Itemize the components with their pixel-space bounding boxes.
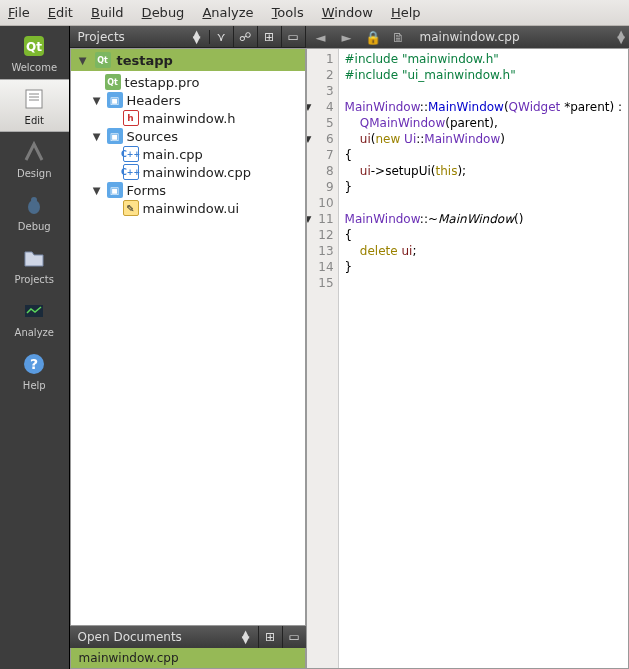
fold-icon[interactable]: ▼ — [306, 99, 312, 115]
mode-projects[interactable]: Projects — [0, 238, 69, 291]
projects-selector[interactable]: Projects ▲▼ — [70, 30, 210, 44]
folder-icon: ▣ — [107, 182, 123, 198]
tree-label: testapp.pro — [125, 75, 200, 90]
tree-label: Sources — [127, 129, 178, 144]
code-editor[interactable]: 123 ▼4 5 ▼6 78910 ▼11 12131415 #include … — [306, 48, 629, 669]
filter-button[interactable]: ⋎ — [210, 26, 234, 47]
svg-text:Qt: Qt — [26, 40, 42, 54]
fold-icon[interactable]: ▼ — [306, 211, 312, 227]
split-icon: ⊞ — [264, 30, 274, 44]
tree-item[interactable]: C++ mainwindow.cpp — [71, 163, 305, 181]
filter-icon: ⋎ — [217, 30, 226, 44]
analyze-icon — [20, 297, 48, 325]
folder-icon: ▣ — [107, 128, 123, 144]
pro-file-icon: Qt — [105, 74, 121, 90]
updown-icon: ▲▼ — [193, 31, 201, 43]
mode-label: Projects — [15, 274, 54, 285]
menu-file[interactable]: File — [8, 5, 30, 20]
menu-analyze[interactable]: Analyze — [202, 5, 253, 20]
svg-point-7 — [31, 197, 37, 203]
mode-sidebar: Qt Welcome Edit Design Debug Projects An… — [0, 26, 70, 669]
menu-tools[interactable]: Tools — [272, 5, 304, 20]
tree-root[interactable]: ▼ Qt testapp — [71, 49, 305, 71]
line-gutter: 123 ▼4 5 ▼6 78910 ▼11 12131415 — [307, 49, 339, 668]
menu-help[interactable]: Help — [391, 5, 421, 20]
tree-label: main.cpp — [143, 147, 203, 162]
expand-icon[interactable]: ▼ — [77, 55, 89, 66]
project-icon: Qt — [95, 52, 111, 68]
tree-item[interactable]: ✎ mainwindow.ui — [71, 199, 305, 217]
qt-icon: Qt — [20, 32, 48, 60]
open-doc-item[interactable]: mainwindow.cpp — [70, 648, 306, 669]
cpp-file-icon: C++ — [123, 164, 139, 180]
lock-icon: 🔒 — [365, 30, 381, 45]
nav-forward-button[interactable]: ► — [336, 28, 358, 46]
mode-label: Help — [23, 380, 46, 391]
mode-help[interactable]: ? Help — [0, 344, 69, 397]
menu-bar: File Edit Build Debug Analyze Tools Wind… — [0, 0, 629, 26]
expand-icon[interactable]: ▼ — [91, 95, 103, 106]
editor-filename: mainwindow.cpp — [420, 30, 614, 44]
close-panel-button[interactable]: ▭ — [282, 626, 306, 648]
fold-icon[interactable]: ▼ — [306, 131, 312, 147]
h-file-icon: h — [123, 110, 139, 126]
nav-back-button[interactable]: ◄ — [310, 28, 332, 46]
split-button[interactable]: ⊞ — [258, 626, 282, 648]
svg-rect-2 — [26, 90, 42, 108]
close-icon: ▭ — [287, 30, 298, 44]
tree-label: mainwindow.cpp — [143, 165, 251, 180]
tree-folder-headers[interactable]: ▼ ▣ Headers — [71, 91, 305, 109]
open-docs-label: Open Documents — [78, 630, 182, 644]
menu-debug[interactable]: Debug — [142, 5, 185, 20]
expand-icon[interactable]: ▼ — [91, 185, 103, 196]
tree-folder-sources[interactable]: ▼ ▣ Sources — [71, 127, 305, 145]
menu-window[interactable]: Window — [322, 5, 373, 20]
open-documents-header: Open Documents ▲▼ ⊞ ▭ — [70, 626, 306, 648]
mode-label: Welcome — [11, 62, 57, 73]
file-icon: 🗎 — [392, 30, 405, 45]
updown-icon[interactable]: ▲▼ — [617, 31, 625, 43]
project-name: testapp — [117, 53, 173, 68]
projects-panel-header: Projects ▲▼ ⋎ ☍ ⊞ ▭ — [70, 26, 306, 48]
tree-item-pro[interactable]: Qt testapp.pro — [71, 73, 305, 91]
tree-label: Headers — [127, 93, 181, 108]
open-docs-selector[interactable]: Open Documents ▲▼ — [70, 630, 258, 644]
svg-text:?: ? — [30, 356, 38, 372]
close-panel-button[interactable]: ▭ — [282, 26, 306, 47]
mode-label: Design — [17, 168, 52, 179]
menu-edit[interactable]: Edit — [48, 5, 73, 20]
ui-file-icon: ✎ — [123, 200, 139, 216]
split-button[interactable]: ⊞ — [258, 26, 282, 47]
cpp-file-icon: C++ — [123, 146, 139, 162]
mode-analyze[interactable]: Analyze — [0, 291, 69, 344]
link-icon: ☍ — [239, 30, 251, 44]
tree-item[interactable]: C++ main.cpp — [71, 145, 305, 163]
mode-edit[interactable]: Edit — [0, 79, 69, 132]
file-type-button[interactable]: 🗎 — [388, 28, 410, 46]
tree-folder-forms[interactable]: ▼ ▣ Forms — [71, 181, 305, 199]
help-icon: ? — [20, 350, 48, 378]
menu-build[interactable]: Build — [91, 5, 124, 20]
editor-toolbar: ◄ ► 🔒 🗎 mainwindow.cpp ▲▼ — [306, 26, 629, 48]
lock-button[interactable]: 🔒 — [362, 28, 384, 46]
arrow-right-icon: ► — [342, 30, 352, 45]
expand-icon[interactable]: ▼ — [91, 131, 103, 142]
project-tree[interactable]: ▼ Qt testapp Qt testapp.pro ▼ ▣ Headers — [70, 48, 306, 626]
projects-label: Projects — [78, 30, 125, 44]
mode-welcome[interactable]: Qt Welcome — [0, 26, 69, 79]
design-icon — [20, 138, 48, 166]
mode-label: Debug — [18, 221, 51, 232]
mode-debug[interactable]: Debug — [0, 185, 69, 238]
folder-icon — [20, 244, 48, 272]
mode-design[interactable]: Design — [0, 132, 69, 185]
edit-icon — [20, 85, 48, 113]
tree-label: mainwindow.ui — [143, 201, 240, 216]
close-icon: ▭ — [288, 630, 299, 644]
folder-icon: ▣ — [107, 92, 123, 108]
tree-label: mainwindow.h — [143, 111, 236, 126]
tree-item[interactable]: h mainwindow.h — [71, 109, 305, 127]
arrow-left-icon: ◄ — [316, 30, 326, 45]
code-area[interactable]: #include "mainwindow.h" #include "ui_mai… — [339, 49, 628, 668]
link-button[interactable]: ☍ — [234, 26, 258, 47]
split-icon: ⊞ — [265, 630, 275, 644]
